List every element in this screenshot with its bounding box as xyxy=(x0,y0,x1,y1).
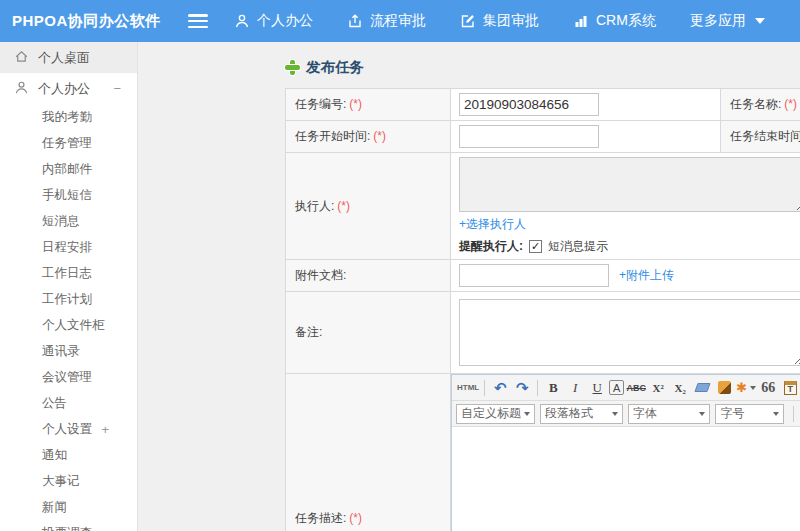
eraser-icon[interactable] xyxy=(692,378,712,398)
home-icon xyxy=(14,49,29,67)
menu-toggle-icon[interactable] xyxy=(188,14,208,28)
sms-remind-checkbox[interactable]: ✓ xyxy=(529,240,542,253)
nav-label: 更多应用 xyxy=(690,12,746,30)
choose-executor-link[interactable]: +选择执行人 xyxy=(459,217,526,231)
sidebar-item-file-cabinet[interactable]: 个人文件柜 xyxy=(0,312,137,338)
sidebar-item-contacts[interactable]: 通讯录 xyxy=(0,338,137,364)
sidebar-item-personal-settings[interactable]: 个人设置 + xyxy=(0,416,137,442)
page-title: 发布任务 xyxy=(285,58,800,77)
add-icon xyxy=(285,60,300,75)
collapse-icon[interactable]: − xyxy=(113,81,121,96)
undo-icon[interactable]: ↶ xyxy=(490,378,510,398)
sidebar-item-work-log[interactable]: 工作日志 xyxy=(0,260,137,286)
user-icon xyxy=(14,80,29,98)
sidebar-item-label: 个人办公 xyxy=(38,80,90,98)
font-family-dropdown[interactable]: 字体 xyxy=(628,404,711,424)
nav-personal-office[interactable]: 个人办公 xyxy=(234,12,313,30)
bold-button[interactable]: B xyxy=(543,378,563,398)
end-time-label-cell: 任务结束时间:(*) xyxy=(721,121,800,153)
remind-executor-label: 提醒执行人: xyxy=(459,238,523,255)
task-form-table: 任务编号:(*) 任务名称:(*) 任务开始时间:(*) 任务结束时间:(*) xyxy=(285,88,800,531)
chevron-down-icon xyxy=(755,18,765,24)
page-title-text: 发布任务 xyxy=(306,58,364,77)
sidebar-item-short-message[interactable]: 短消息 xyxy=(0,208,137,234)
italic-button[interactable]: I xyxy=(565,378,585,398)
blockquote-icon[interactable]: 66 xyxy=(758,378,778,398)
html-source-button[interactable]: HTML xyxy=(457,378,479,398)
attachment-upload-link[interactable]: +附件上传 xyxy=(619,267,674,284)
sidebar-item-task-management[interactable]: 任务管理 xyxy=(0,130,137,156)
sms-remind-option-label: 短消息提示 xyxy=(548,238,608,255)
sidebar-item-memorabilia[interactable]: 大事记 xyxy=(0,468,137,494)
required-mark: (*) xyxy=(784,97,797,111)
nav-group-approval[interactable]: 集团审批 xyxy=(460,12,539,30)
required-mark: (*) xyxy=(337,199,350,213)
main-content: 发布任务 任务编号:(*) 任务名称:(*) 任务开始时间:(*) xyxy=(138,42,800,531)
sidebar-item-vote-survey[interactable]: 投票调查 xyxy=(0,520,137,531)
subscript-button[interactable]: X₂ xyxy=(670,378,690,398)
attachment-input[interactable] xyxy=(459,264,609,287)
bar-chart-icon xyxy=(573,13,589,29)
sidebar-item-label: 个人桌面 xyxy=(38,49,90,67)
custom-heading-dropdown[interactable]: 自定义标题 xyxy=(456,404,535,424)
upload-arrow-icon xyxy=(347,13,363,29)
editor-content[interactable] xyxy=(452,427,800,531)
task-number-input[interactable] xyxy=(459,93,599,116)
font-border-button[interactable]: A xyxy=(609,380,624,395)
top-navbar: PHPOA协同办公软件 个人办公 流程审批 集团审批 CRM系统 更多应用 xyxy=(0,0,800,42)
nav-more-apps[interactable]: 更多应用 xyxy=(690,12,765,30)
superscript-button[interactable]: X² xyxy=(648,378,668,398)
remark-label-cell: 备注: xyxy=(286,292,451,374)
required-mark: (*) xyxy=(349,97,362,111)
underline-button[interactable]: U xyxy=(587,378,607,398)
attachment-label-cell: 附件文档: xyxy=(286,260,451,292)
sidebar-item-desktop[interactable]: 个人桌面 xyxy=(0,42,137,73)
sidebar-item-mobile-sms[interactable]: 手机短信 xyxy=(0,182,137,208)
task-number-label-cell: 任务编号:(*) xyxy=(286,89,451,121)
nav-label: 个人办公 xyxy=(257,12,313,30)
description-label-cell: 任务描述:(*) xyxy=(286,374,451,531)
sidebar-item-announcement[interactable]: 公告 xyxy=(0,390,137,416)
remark-textarea[interactable] xyxy=(459,299,800,366)
sidebar-item-notice[interactable]: 通知 xyxy=(0,442,137,468)
sidebar-item-personal-office[interactable]: 个人办公 − xyxy=(0,73,137,104)
nav-workflow-approval[interactable]: 流程审批 xyxy=(347,12,426,30)
nav-label: 集团审批 xyxy=(483,12,539,30)
nav-label: 流程审批 xyxy=(370,12,426,30)
expand-icon[interactable]: + xyxy=(101,422,109,437)
task-name-label-cell: 任务名称:(*) xyxy=(721,89,800,121)
nav-crm-system[interactable]: CRM系统 xyxy=(573,12,656,30)
sidebar-item-meeting-management[interactable]: 会议管理 xyxy=(0,364,137,390)
start-time-input[interactable] xyxy=(459,125,599,148)
editor-toolbar-row2: 自定义标题 段落格式 字体 字号 xyxy=(452,401,800,427)
sidebar-item-work-plan[interactable]: 工作计划 xyxy=(0,286,137,312)
edit-square-icon xyxy=(460,13,476,29)
required-mark: (*) xyxy=(349,511,362,525)
rich-text-editor: HTML ↶ ↷ B I U A ABC X² X₂ xyxy=(451,374,800,531)
editor-toolbar-row1: HTML ↶ ↷ B I U A ABC X² X₂ xyxy=(452,375,800,401)
executor-label-cell: 执行人:(*) xyxy=(286,153,451,260)
app-brand: PHPOA协同办公软件 xyxy=(0,12,188,31)
nav-label: CRM系统 xyxy=(596,12,656,30)
sidebar: 个人桌面 个人办公 − 我的考勤 任务管理 内部邮件 手机短信 短消息 日程安排… xyxy=(0,42,138,531)
magic-wand-icon[interactable]: ✱ xyxy=(736,378,756,398)
sidebar-item-my-attendance[interactable]: 我的考勤 xyxy=(0,104,137,130)
strikethrough-button[interactable]: ABC xyxy=(626,378,646,398)
paragraph-format-dropdown[interactable]: 段落格式 xyxy=(540,404,623,424)
start-time-label-cell: 任务开始时间:(*) xyxy=(286,121,451,153)
sidebar-item-news[interactable]: 新闻 xyxy=(0,494,137,520)
redo-icon[interactable]: ↷ xyxy=(512,378,532,398)
sidebar-item-schedule[interactable]: 日程安排 xyxy=(0,234,137,260)
required-mark: (*) xyxy=(373,129,386,143)
paste-text-icon[interactable]: T xyxy=(780,378,800,398)
user-icon xyxy=(234,13,250,29)
font-size-dropdown[interactable]: 字号 xyxy=(715,404,784,424)
executor-textarea[interactable] xyxy=(459,157,800,212)
format-brush-icon[interactable] xyxy=(714,378,734,398)
sidebar-item-internal-mail[interactable]: 内部邮件 xyxy=(0,156,137,182)
